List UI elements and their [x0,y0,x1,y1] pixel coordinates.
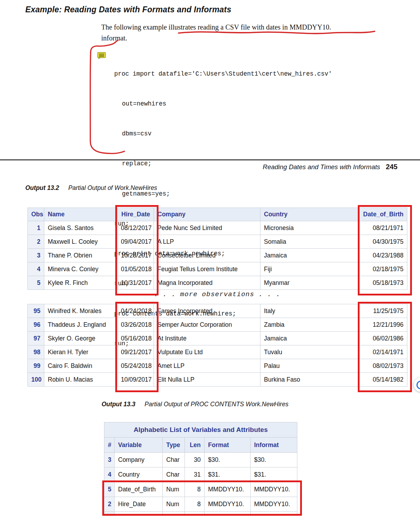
page-number: 245 [386,163,398,171]
cell-format: $20. [205,512,251,516]
table-title-row: Alphabetic List of Variables and Attribu… [104,422,297,438]
caption-text: Partial Output of Work.NewHires [68,184,157,191]
cell-number: 2 [104,497,115,512]
cell-country: Zambia [260,318,360,332]
col-format: Format [205,438,251,453]
cell-variable: Date_of_Birth [115,482,163,497]
cell-obs: 99 [28,359,44,373]
cell-company: Elit Nulla LLP [154,373,260,387]
table-row: 2 Maxwell L. Cooley 09/04/2017 A LLP Som… [28,235,407,249]
table-row: 1 Gisela S. Santos 08/12/2017 Pede Nunc … [28,221,407,235]
output-13-2-caption: Output 13.2Partial Output of Work.NewHir… [25,184,157,192]
cell-type: Num [163,482,185,497]
cell-country: Fiji [260,262,360,276]
proc-contents-table: Alphabetic List of Variables and Attribu… [104,422,297,516]
cell-hire-date: 05/24/2018 [117,359,154,373]
cell-format: $30. [205,453,251,467]
page-break-divider [0,159,420,160]
cell-len: 20 [185,512,205,516]
cell-hire-date: 04/24/2018 [117,304,154,318]
caption-label: Output 13.3 [102,401,135,408]
cell-type: Num [163,497,185,512]
cell-informat: MMDDYY10. [251,482,297,497]
cell-date-of-birth: 12/21/1996 [360,318,407,332]
more-observations-label: . . . more observations . . . [27,291,407,298]
note-icon[interactable] [97,51,106,60]
cell-variable: Country [115,467,163,482]
cell-date-of-birth: 02/18/1975 [360,262,407,276]
col-country: Country [260,208,360,221]
cell-hire-date: 03/26/2018 [117,318,154,332]
cell-number: 4 [104,467,115,482]
table-row: 95 Winifred K. Morales 04/24/2018 Fames … [28,304,407,318]
newhires-table: Obs Name Hire_Date Company Country Date_… [27,208,407,290]
cell-hire-date: 10/31/2017 [117,276,154,290]
cell-company: Magna Incorporated [154,276,260,290]
col-company: Company [154,208,260,221]
cell-date-of-birth: 05/18/1973 [360,276,407,290]
cell-date-of-birth: 08/21/1971 [360,221,407,235]
cell-number: 3 [104,453,115,467]
cell-country: Somalia [260,235,360,249]
col-type: Type [163,438,185,453]
caption-text: Partial Output of PROC CONTENTS Work.New… [144,401,288,408]
cell-name: Cairo F. Baldwin [44,359,117,373]
table-header-row: Obs Name Hire_Date Company Country Date_… [28,208,407,221]
cell-date-of-birth: 11/25/1975 [360,304,407,318]
table-row: 4 Country Char 31 $31. $31. [104,467,297,482]
cell-obs: 2 [28,235,44,249]
table-row: 3 Thane P. Obrien 10/28/2017 Consectetue… [28,249,407,262]
cell-obs: 96 [28,318,44,332]
cell-date-of-birth: 02/14/1971 [360,345,407,359]
intro-paragraph: The following example illustrates readin… [101,22,386,44]
cell-format: MMDDYY10. [205,497,251,512]
cell-informat: $30. [251,453,297,467]
table-row: 5 Date_of_Birth Num 8 MMDDYY10. MMDDYY10… [104,482,297,497]
cell-name: Maxwell L. Cooley [44,235,117,249]
cell-company: A LLP [154,235,260,249]
table-title: Alphabetic List of Variables and Attribu… [104,422,297,438]
cell-name: Gisela S. Santos [44,221,117,235]
cell-obs: 5 [28,276,44,290]
col-len: Len [185,438,205,453]
cell-obs: 100 [28,373,44,387]
cell-number: 5 [104,482,115,497]
cell-len: 31 [185,467,205,482]
table-row: 3 Company Char 30 $30. $30. [104,453,297,467]
col-variable: Variable [115,438,163,453]
cell-date-of-birth: 08/02/1973 [360,359,407,373]
cell-country: Myanmar [260,276,360,290]
cell-company: Fames Incorporated [154,304,260,318]
table-row: 1 Name Char 20 $20. $20. [104,512,297,516]
cell-country: Jamaica [260,332,360,345]
cell-informat: MMDDYY10. [251,497,297,512]
intro-line-2: informat. [101,33,386,44]
cell-country: Tuvalu [260,345,360,359]
table-row: 97 Skyler O. George 05/16/2018 At Instit… [28,332,407,345]
table-row: 4 Minerva C. Conley 01/05/2018 Feugiat T… [28,262,407,276]
table-row: 96 Thaddeus J. England 03/26/2018 Semper… [28,318,407,332]
reader-fab-button[interactable] [414,378,420,392]
cell-obs: 1 [28,221,44,235]
cell-len: 8 [185,482,205,497]
cell-hire-date: 05/16/2018 [117,332,154,345]
cell-obs: 98 [28,345,44,359]
cell-name: Thaddeus J. England [44,318,117,332]
cell-hire-date: 10/28/2017 [117,249,154,262]
table-row: 99 Cairo F. Baldwin 05/24/2018 Amet LLP … [28,359,407,373]
cell-name: Kylee R. Finch [44,276,117,290]
cell-obs: 97 [28,332,44,345]
cell-name: Minerva C. Conley [44,262,117,276]
cell-name: Robin U. Macias [44,373,117,387]
cell-company: Feugiat Tellus Lorem Institute [154,262,260,276]
cell-name: Skyler O. George [44,332,117,345]
cell-date-of-birth: 05/14/1982 [360,373,407,387]
cell-date-of-birth: 04/30/1975 [360,235,407,249]
cell-country: Micronesia [260,221,360,235]
caption-label: Output 13.2 [25,184,59,191]
book-page: Example: Reading Dates with Formats and … [0,0,420,516]
cell-name: Winifred K. Morales [44,304,117,318]
col-informat: Informat [251,438,297,453]
cell-country: Italy [260,304,360,318]
cell-informat: $31. [251,467,297,482]
